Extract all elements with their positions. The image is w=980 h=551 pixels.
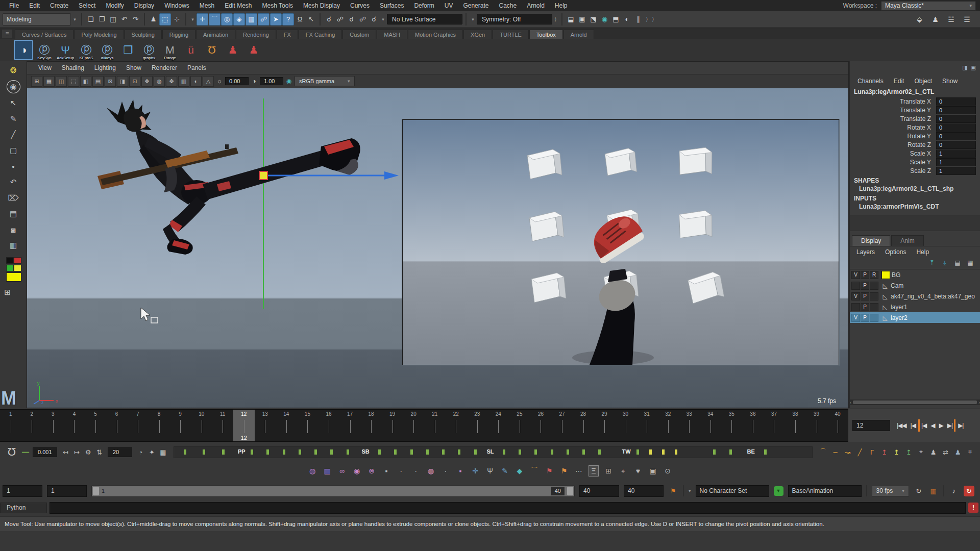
layer-name[interactable]: layer1 [891,304,908,311]
rect-tool-button[interactable]: ▢ [7,144,20,157]
dock-menu-icon[interactable]: ▣ [971,64,976,71]
layer-name[interactable]: ak47_rig_v0_4_beta:ak47_geo [891,293,975,300]
motion-trail-icon[interactable]: ⌒ [529,465,540,477]
live-surface-caret[interactable]: ▾ [380,14,386,25]
layer-row[interactable]: V P R BG [850,269,980,280]
shelf-tab[interactable]: TURTLE [493,30,529,39]
timeline-frame[interactable]: 26 [530,410,552,441]
shape-node-name[interactable]: Luna3p:legArmor02_L_CTL_shp [850,185,980,193]
scrollbar-thumb[interactable] [853,400,977,404]
attribute-value-field[interactable]: 0 [936,97,976,106]
timeline-frame[interactable]: 38 [785,410,806,441]
select-object-button[interactable]: ⬚ [159,13,171,26]
separator[interactable] [81,13,82,26]
render-settings-button[interactable]: ⬔ [588,14,599,25]
shelf-tab[interactable]: FX Caching [299,30,342,39]
render-sequence-button[interactable]: ⬒ [610,14,621,25]
layer-triangle-icon[interactable]: ◺ [881,293,889,300]
shelf-item-range[interactable]: M Range [161,40,179,60]
pose-icon[interactable]: ◍ [426,465,436,477]
go-to-end-button[interactable]: ▶| [957,419,965,432]
attribute-editor-toggle-button[interactable]: ☰ [962,14,972,25]
playback-start-field[interactable]: 1 [47,485,87,497]
step-back-frame-button[interactable]: |◀ [909,419,917,432]
graph-editor-icon[interactable]: Ξ [589,465,599,477]
grid-icon[interactable]: ▦ [158,448,168,456]
menu-item[interactable]: Edit Mesh [219,2,257,9]
shelf-tab[interactable]: Animation [196,30,235,39]
search-icon[interactable]: ⊙ [663,465,673,477]
menu-item[interactable]: Display [129,2,159,9]
layer-playback-cell[interactable]: P [861,271,869,279]
attribute-value-field[interactable]: 1 [936,158,976,166]
timeline-frame[interactable]: 9 [169,410,191,441]
open-scene-button[interactable]: ❐ [96,14,107,25]
timeline-frame[interactable]: 29 [594,410,615,441]
snap-projected-center-button[interactable]: ◈ [233,13,245,26]
layer-editor-menu-item[interactable]: Options [880,248,911,256]
history-ring-icon[interactable]: ☌ [369,14,379,25]
timeline-frame[interactable]: 12 12 [233,410,255,441]
shelf-item-keysyn[interactable]: ⓟ KeySyn [35,40,54,60]
layer-playback-cell[interactable]: P [861,303,869,311]
shelf-tab[interactable]: Rigging [162,30,195,39]
time-slider[interactable]: 1 2 3 4 5 6 7 8 [0,409,848,442]
attribute-value-field[interactable]: 1 [936,149,976,158]
dot-icon[interactable]: ∙ [411,465,421,477]
panel-menu-item[interactable]: Panels [182,64,211,71]
retime-icon[interactable]: ⇄ [941,448,950,456]
shelf-item-u[interactable]: Ʊ [203,40,221,60]
layer-color-swatch[interactable] [881,271,890,279]
ghosting-icon[interactable]: ⊜ [366,465,377,477]
timeline-frame[interactable]: 37 [764,410,785,441]
shelf-tab[interactable]: Arnold [564,30,594,39]
timeline-frame[interactable]: 17 [339,410,361,441]
selection-mask-caret[interactable]: ▾ [189,14,196,25]
modeling-toolkit-toggle-button[interactable]: ⬙ [914,14,925,25]
gamma-field[interactable]: 1.00 [260,77,283,85]
timeline-frame[interactable]: 35 [721,410,743,441]
layer-name[interactable]: Cam [891,282,903,289]
attribute-value-field[interactable]: 0 [936,132,976,140]
menu-item[interactable]: Arnold [522,2,550,9]
track-selection-icon[interactable]: ↖ [306,14,316,25]
shelf-tab[interactable]: Motion Graphics [408,30,463,39]
safe-action-icon[interactable]: ⊠ [105,76,116,87]
loop-mode-button[interactable]: ↻ [914,487,924,495]
pencil-tool-button[interactable]: ✎ [7,113,20,125]
range-start-handle[interactable] [93,487,99,495]
shelf-item-robot-1[interactable]: ♟ [224,40,242,60]
dot-icon[interactable]: ▪ [381,465,391,477]
channel-box-toggle-button[interactable]: ☱ [946,14,957,25]
draw-icon[interactable]: ✎ [500,465,510,477]
dot-icon[interactable]: ∙ [396,465,406,477]
timer-icon[interactable]: ◔ [136,448,145,456]
timeline-frame[interactable]: 39 [806,410,827,441]
character-set-field[interactable]: No Character Set [696,485,769,497]
go-to-start-button[interactable]: |◀◀ [895,419,908,432]
menu-item[interactable]: Mesh [194,2,219,9]
tool-category-dropdown[interactable]: Modeling [3,13,71,26]
panel-menu-item[interactable]: Lighting [89,64,121,71]
hypershade-button[interactable]: ◉ [599,14,610,25]
tool-category-caret[interactable]: ▾ [71,14,78,25]
layer-visibility-cell[interactable]: V [851,271,860,279]
select-tool-button[interactable]: ↖ [7,97,20,109]
panel-menu-item[interactable]: Show [121,64,146,71]
history-chain-icon[interactable]: ☍ [357,14,368,25]
menu-item[interactable]: Mesh Display [298,2,345,9]
separator[interactable] [185,13,186,26]
select-camera-icon[interactable]: ⊞ [31,76,42,87]
frames-per-update-field[interactable]: 20 [108,447,132,457]
shelf-item-acksetup[interactable]: Ψ AckSetup [56,40,75,60]
go-to-next-icon[interactable]: ↦ [72,448,82,456]
bookmark-icon[interactable]: ⚑ [668,487,678,495]
shelf-tab[interactable]: XGen [463,30,492,39]
layer-reference-cell[interactable] [870,303,878,311]
snap-curve-button[interactable]: ⌒ [209,13,220,26]
timeline-frame[interactable]: 31 [636,410,657,441]
flag-orange-icon[interactable]: ⚑ [559,465,569,477]
record-icon[interactable]: ◉ [352,465,362,477]
layer-visibility-cell[interactable] [851,303,860,311]
symmetry-field[interactable]: Symmetry: Off [477,14,552,24]
